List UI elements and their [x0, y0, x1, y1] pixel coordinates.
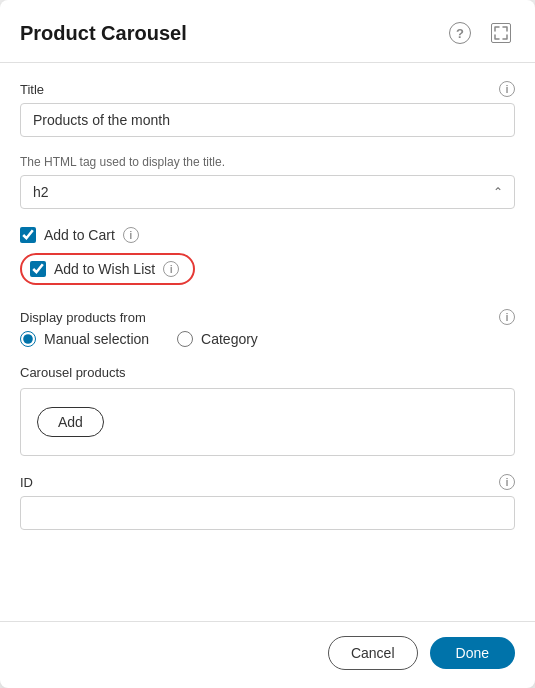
add-product-button[interactable]: Add: [37, 407, 104, 437]
id-input[interactable]: [20, 496, 515, 530]
product-carousel-panel: Product Carousel ? Title i: [0, 0, 535, 688]
display-products-row: Display products from i: [20, 309, 515, 325]
id-field-group: ID i: [20, 474, 515, 530]
help-button[interactable]: ?: [445, 18, 475, 48]
panel-header: Product Carousel ?: [0, 0, 535, 63]
add-to-cart-row: Add to Cart i: [20, 227, 515, 243]
html-tag-field-group: The HTML tag used to display the title. …: [20, 155, 515, 209]
id-label-row: ID i: [20, 474, 515, 490]
display-products-info-icon[interactable]: i: [499, 309, 515, 325]
add-to-cart-info-icon[interactable]: i: [123, 227, 139, 243]
display-products-label: Display products from: [20, 310, 146, 325]
header-icons: ?: [445, 18, 515, 48]
add-to-wish-list-row: Add to Wish List i: [20, 253, 195, 285]
title-label: Title: [20, 82, 44, 97]
expand-icon: [491, 23, 511, 43]
add-to-wish-list-checkbox[interactable]: [30, 261, 46, 277]
carousel-products-group: Carousel products Add: [20, 365, 515, 456]
panel-body: Title i The HTML tag used to display the…: [0, 63, 535, 621]
manual-selection-label[interactable]: Manual selection: [44, 331, 149, 347]
id-label: ID: [20, 475, 33, 490]
done-button[interactable]: Done: [430, 637, 515, 669]
id-info-icon[interactable]: i: [499, 474, 515, 490]
add-to-cart-checkbox[interactable]: [20, 227, 36, 243]
display-products-group: Display products from i Manual selection…: [20, 309, 515, 347]
title-label-row: Title i: [20, 81, 515, 97]
radio-group: Manual selection Category: [20, 331, 515, 347]
add-to-wish-list-info-icon[interactable]: i: [163, 261, 179, 277]
html-tag-select-wrapper: h1 h2 h3 h4 h5 h6 p div ⌃: [20, 175, 515, 209]
cancel-button[interactable]: Cancel: [328, 636, 418, 670]
html-tag-select[interactable]: h1 h2 h3 h4 h5 h6 p div: [20, 175, 515, 209]
category-radio-row: Category: [177, 331, 258, 347]
carousel-products-box: Add: [20, 388, 515, 456]
manual-selection-radio-row: Manual selection: [20, 331, 149, 347]
manual-selection-radio[interactable]: [20, 331, 36, 347]
expand-button[interactable]: [487, 19, 515, 47]
html-tag-helper-text: The HTML tag used to display the title.: [20, 155, 515, 169]
add-to-cart-label[interactable]: Add to Cart: [44, 227, 115, 243]
add-to-wish-list-label[interactable]: Add to Wish List: [54, 261, 155, 277]
title-info-icon[interactable]: i: [499, 81, 515, 97]
title-input[interactable]: [20, 103, 515, 137]
help-icon: ?: [449, 22, 471, 44]
category-label[interactable]: Category: [201, 331, 258, 347]
wish-list-highlight-wrapper: Add to Wish List i: [20, 253, 515, 295]
carousel-products-label: Carousel products: [20, 365, 515, 380]
panel-footer: Cancel Done: [0, 621, 535, 688]
category-radio[interactable]: [177, 331, 193, 347]
panel-title: Product Carousel: [20, 22, 187, 45]
title-field-group: Title i: [20, 81, 515, 137]
